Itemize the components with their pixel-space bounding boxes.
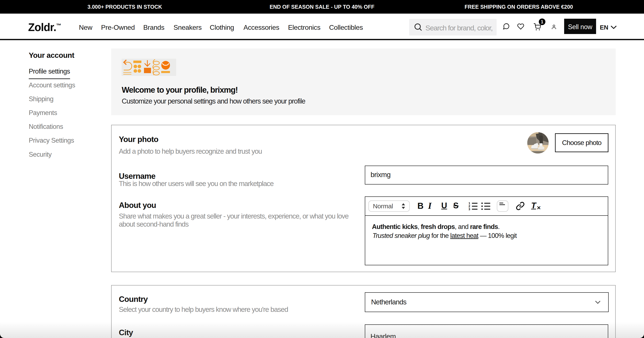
svg-text:3: 3 bbox=[468, 207, 470, 210]
